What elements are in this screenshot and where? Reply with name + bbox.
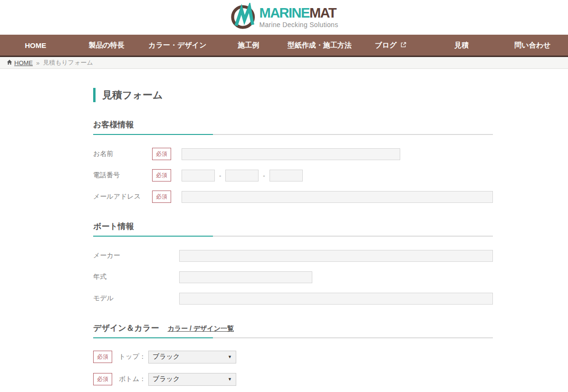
external-link-icon [400, 41, 406, 49]
top-color-label: トップ： [119, 353, 146, 361]
phone-label: 電話番号 [93, 171, 152, 180]
email-input[interactable] [182, 191, 493, 203]
site-logo[interactable]: MARINEMAT Marine Decking Solutions [230, 3, 338, 32]
phone-input-1[interactable] [182, 170, 215, 182]
model-label: モデル [93, 294, 179, 303]
top-color-select[interactable]: ブラック ▼ [148, 351, 236, 363]
bottom-color-row: 必須 ボトム： ブラック ▼ [93, 373, 493, 386]
nav-item-home[interactable]: HOME [0, 35, 71, 56]
required-badge: 必須 [152, 191, 171, 203]
model-input[interactable] [179, 293, 493, 305]
section-divider [93, 236, 493, 237]
required-badge: 必須 [93, 351, 112, 363]
home-icon [7, 59, 12, 67]
breadcrumb-current: 見積もりフォーム [43, 58, 93, 67]
nav-item-estimate[interactable]: 見積 [426, 35, 497, 56]
main-nav: HOME 製品の特長 カラー・デザイン 施工例 型紙作成・施工方法 ブログ 見積… [0, 35, 568, 57]
phone-input-3[interactable] [270, 170, 303, 182]
phone-separator: - [219, 172, 221, 179]
name-input[interactable] [182, 148, 400, 160]
phone-separator: - [263, 172, 265, 179]
required-badge: 必須 [152, 169, 171, 182]
nav-item-blog[interactable]: ブログ [355, 35, 426, 56]
required-badge: 必須 [152, 148, 171, 160]
nav-item-color-design[interactable]: カラー・デザイン [142, 35, 213, 56]
name-label: お名前 [93, 150, 152, 158]
maker-label: メーカー [93, 251, 179, 260]
model-row: モデル [93, 291, 493, 306]
top-color-row: 必須 トップ： ブラック ▼ [93, 350, 493, 363]
estimate-form: 見積フォーム お客様情報 お名前 必須 電話番号 必須 - - メールアドレス … [93, 69, 493, 392]
page-title: 見積フォーム [93, 88, 493, 102]
breadcrumb-separator: » [36, 59, 39, 67]
email-row: メールアドレス 必須 [93, 190, 493, 204]
design-color-section: デザイン＆カラー カラー / デザイン一覧 必須 トップ： ブラック ▼ 必須 … [93, 323, 493, 392]
section-divider [93, 134, 493, 135]
marinemat-logo-icon [230, 3, 258, 32]
year-label: 年式 [93, 273, 179, 281]
year-input[interactable] [179, 271, 312, 283]
customer-info-section: お客様情報 お名前 必須 電話番号 必須 - - メールアドレス 必須 [93, 119, 493, 204]
nav-item-installation-examples[interactable]: 施工例 [213, 35, 284, 56]
chevron-down-icon: ▼ [228, 354, 232, 359]
bottom-color-select[interactable]: ブラック ▼ [148, 373, 236, 386]
chevron-down-icon: ▼ [228, 377, 232, 382]
brand-tagline: Marine Decking Solutions [260, 21, 338, 29]
year-row: 年式 [93, 270, 493, 284]
breadcrumb: HOME » 見積もりフォーム [0, 57, 568, 69]
email-label: メールアドレス [93, 192, 152, 201]
nav-item-product-features[interactable]: 製品の特長 [71, 35, 142, 56]
bottom-color-label: ボトム： [119, 375, 146, 383]
phone-input-2[interactable] [225, 170, 259, 182]
design-color-heading: デザイン＆カラー [93, 323, 159, 334]
phone-row: 電話番号 必須 - - [93, 168, 493, 182]
name-row: お名前 必須 [93, 147, 493, 161]
required-badge: 必須 [93, 373, 112, 385]
nav-item-pattern-method[interactable]: 型紙作成・施工方法 [284, 35, 355, 56]
breadcrumb-home-link[interactable]: HOME [7, 59, 33, 67]
customer-info-heading: お客様情報 [93, 119, 134, 130]
boat-info-heading: ボート情報 [93, 221, 134, 232]
color-design-list-link[interactable]: カラー / デザイン一覧 [167, 325, 234, 333]
maker-row: メーカー [93, 249, 493, 263]
section-divider [93, 337, 493, 338]
nav-item-contact[interactable]: 問い合わせ [497, 35, 568, 56]
site-header: MARINEMAT Marine Decking Solutions [0, 0, 568, 35]
boat-info-section: ボート情報 メーカー 年式 モデル [93, 221, 493, 306]
maker-input[interactable] [179, 250, 493, 262]
brand-name: MARINEMAT [260, 6, 338, 20]
